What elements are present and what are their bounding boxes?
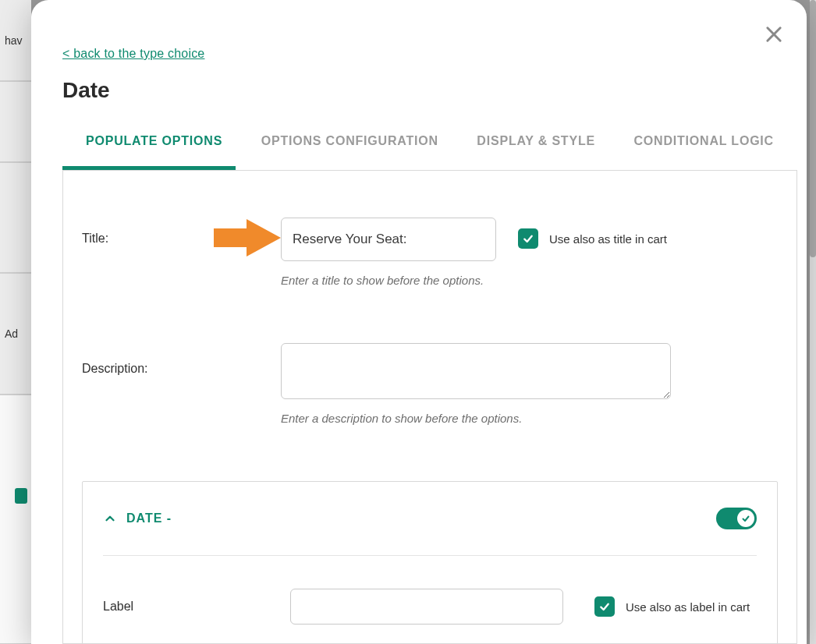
accordion-body: Label Use also as label in cart <box>103 556 757 625</box>
tab-populate-options[interactable]: POPULATE OPTIONS <box>86 125 222 162</box>
accordion-header: DATE - <box>103 482 757 556</box>
scrollbar-thumb[interactable] <box>810 0 816 257</box>
background-left-strip: hav Ad <box>0 0 31 644</box>
title-label: Title: <box>82 218 281 246</box>
page-scrollbar[interactable] <box>810 0 816 644</box>
description-label: Description: <box>82 343 281 376</box>
title-cart-checkbox[interactable] <box>518 228 538 249</box>
close-button[interactable] <box>763 23 785 45</box>
bg-text: Ad <box>5 327 18 340</box>
page-title: Date <box>62 78 110 103</box>
title-cart-checkbox-label: Use also as title in cart <box>549 232 667 246</box>
label-field-label: Label <box>103 600 290 614</box>
check-icon <box>741 514 750 523</box>
accordion-title: DATE - <box>126 511 172 525</box>
bg-row: Ad <box>0 273 31 395</box>
title-cart-checkbox-group: Use also as title in cart <box>518 218 667 249</box>
description-textarea[interactable] <box>281 343 671 399</box>
title-input[interactable] <box>281 218 496 261</box>
description-hint: Enter a description to show before the o… <box>281 412 778 425</box>
chevron-up-icon <box>103 511 117 525</box>
bg-chip <box>15 488 27 504</box>
label-cart-checkbox[interactable] <box>594 596 615 617</box>
date-enabled-toggle[interactable] <box>716 508 757 529</box>
tab-options-configuration[interactable]: OPTIONS CONFIGURATION <box>261 125 438 162</box>
date-option-accordion: DATE - Label <box>82 481 778 644</box>
tabs: POPULATE OPTIONS OPTIONS CONFIGURATION D… <box>62 125 797 162</box>
check-icon <box>598 600 611 613</box>
description-row: Description: <box>82 343 778 399</box>
title-hint: Enter a title to show before the options… <box>281 274 778 287</box>
back-link[interactable]: < back to the type choice <box>62 47 204 61</box>
check-icon <box>522 232 534 245</box>
toggle-knob <box>737 510 754 527</box>
close-icon <box>763 23 785 45</box>
accordion-toggle-button[interactable]: DATE - <box>103 511 172 525</box>
label-cart-checkbox-label: Use also as label in cart <box>626 600 750 614</box>
option-editor-modal: < back to the type choice Date POPULATE … <box>31 0 807 644</box>
bg-row <box>0 81 31 162</box>
bg-row <box>0 395 31 644</box>
populate-options-panel: Title: Use also as title in cart Enter a… <box>62 170 797 644</box>
bg-text: hav <box>5 34 23 47</box>
label-input[interactable] <box>290 589 563 625</box>
tab-conditional-logic[interactable]: CONDITIONAL LOGIC <box>633 125 774 162</box>
title-row: Title: Use also as title in cart <box>82 218 778 261</box>
tab-display-style[interactable]: DISPLAY & STYLE <box>477 125 595 162</box>
bg-row <box>0 162 31 273</box>
label-cart-checkbox-group: Use also as label in cart <box>594 596 750 617</box>
bg-row: hav <box>0 0 31 81</box>
